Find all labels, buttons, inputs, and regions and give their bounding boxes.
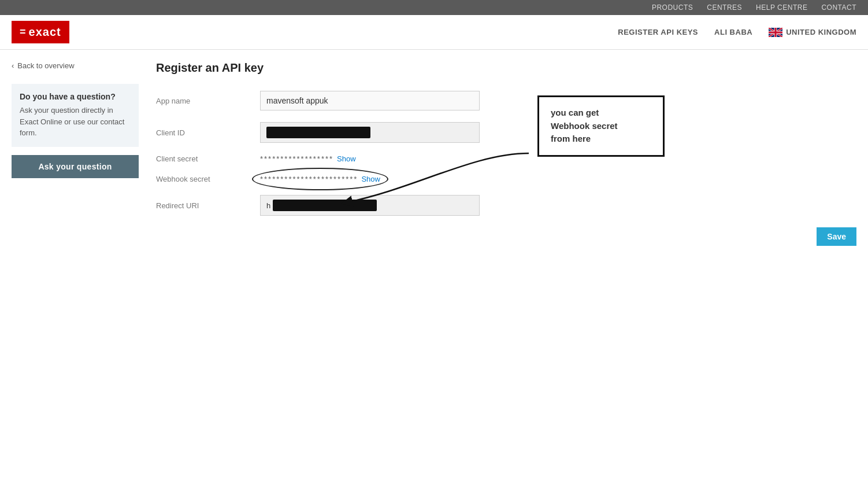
logo-text: exact [29, 25, 61, 39]
client-secret-label: Client secret [156, 154, 260, 163]
redirect-uri-redacted [273, 200, 377, 211]
client-id-label: Client ID [156, 128, 260, 137]
webhook-oval-container: ************************ Show [260, 175, 380, 183]
webhook-secret-stars: ************************ [260, 175, 358, 183]
top-navigation: PRODUCTS CENTRES HELP CENTRE CONTACT [0, 0, 868, 15]
webhook-secret-row: Webhook secret ************************ … [156, 175, 856, 183]
region-selector[interactable]: UNITED KINGDOM [769, 28, 856, 37]
annotation-line2: Webhook secret [551, 120, 651, 133]
redirect-uri-label: Redirect URI [156, 201, 260, 210]
products-link[interactable]: PRODUCTS [652, 3, 693, 12]
client-secret-show-link[interactable]: Show [337, 154, 356, 163]
app-name-input[interactable] [260, 91, 480, 110]
back-link-label: Back to overview [17, 61, 74, 70]
save-button[interactable]: Save [817, 227, 856, 246]
question-box-title: Do you have a question? [20, 92, 131, 101]
contact-link[interactable]: CONTACT [821, 3, 856, 12]
client-secret-field: ****************** Show [260, 154, 356, 163]
redirect-uri-input[interactable]: h [260, 195, 480, 216]
redirect-uri-h: h [266, 201, 270, 210]
register-api-keys-link[interactable]: REGISTER API KEYS [618, 28, 698, 36]
form-section: App name Client ID Client secret *******… [156, 91, 856, 246]
client-secret-stars: ****************** [260, 154, 333, 163]
form-title: Register an API key [156, 61, 856, 75]
sidebar: ‹ Back to overview Do you have a questio… [12, 61, 139, 246]
ask-question-button[interactable]: Ask your question [12, 155, 139, 178]
form-area: Register an API key App name Client ID C… [156, 61, 856, 246]
annotation-box: you can get Webhook secret from here [537, 95, 665, 157]
client-id-redacted [266, 127, 370, 138]
app-name-label: App name [156, 97, 260, 105]
help-centre-link[interactable]: HELP CENTRE [756, 3, 807, 12]
chevron-left-icon: ‹ [12, 61, 14, 70]
client-secret-row: Client secret ****************** Show [156, 154, 856, 163]
annotation-line1: you can get [551, 106, 651, 120]
centres-link[interactable]: CENTRES [707, 3, 742, 12]
redirect-uri-row: Redirect URI h [156, 195, 856, 216]
annotation-line3: from here [551, 132, 651, 146]
uk-flag-icon [769, 28, 782, 37]
question-box-body: Ask your question directly in Exact Onli… [20, 105, 131, 139]
webhook-secret-label: Webhook secret [156, 175, 260, 183]
header-nav: REGISTER API KEYS ALI BABA UNITED KINGDO… [618, 28, 856, 37]
webhook-secret-show-link[interactable]: Show [361, 175, 380, 183]
back-to-overview-link[interactable]: ‹ Back to overview [12, 61, 139, 70]
client-id-input[interactable] [260, 122, 480, 143]
client-id-row: Client ID [156, 122, 856, 143]
main-layout: ‹ Back to overview Do you have a questio… [0, 50, 868, 257]
question-box: Do you have a question? Ask your questio… [12, 84, 139, 147]
app-name-row: App name [156, 91, 856, 110]
logo[interactable]: = exact [12, 21, 69, 43]
site-header: = exact REGISTER API KEYS ALI BABA UNITE… [0, 15, 868, 50]
region-label: UNITED KINGDOM [786, 28, 856, 36]
ali-baba-link[interactable]: ALI BABA [714, 28, 752, 36]
logo-equals-icon: = [20, 26, 27, 38]
